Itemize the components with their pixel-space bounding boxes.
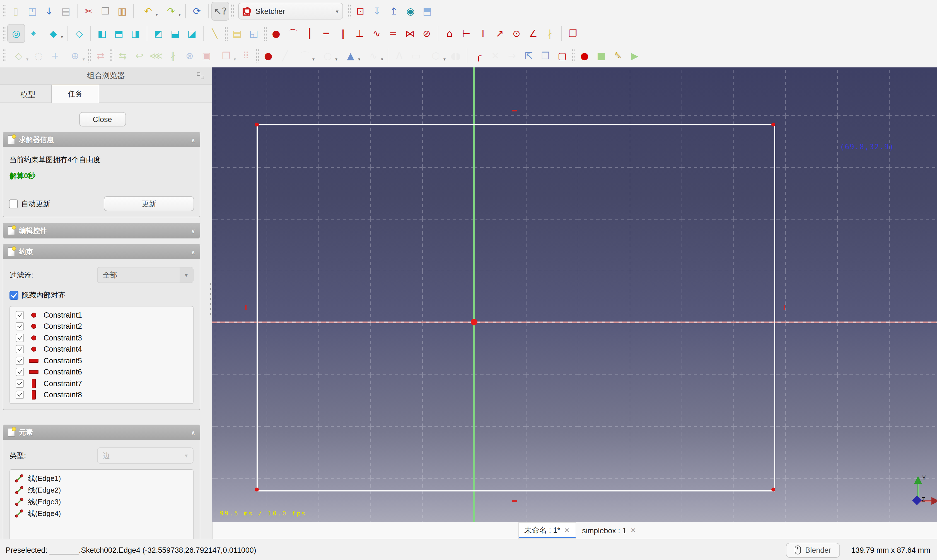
constraint-point-on-object-icon[interactable]: ⌒	[284, 25, 301, 42]
print-icon[interactable]: ▤	[57, 2, 74, 20]
draw-style-icon[interactable]: ◆	[42, 25, 65, 42]
trim-edge-icon[interactable]: ✕	[487, 47, 504, 65]
undock-panel-icon[interactable]	[197, 72, 204, 79]
select-associated-constraints-icon[interactable]: ▣	[198, 47, 215, 65]
bspline-knot-multiplicity-icon[interactable]: ⊕	[63, 47, 86, 65]
constraint-distance-icon[interactable]: ↗	[491, 25, 508, 42]
undo-icon[interactable]: ↶	[137, 2, 159, 20]
navigation-style-button[interactable]: Blender	[786, 542, 840, 557]
toolbar-drag-handle[interactable]	[109, 47, 114, 65]
close-tab-icon[interactable]: ✕	[630, 526, 636, 534]
constraint-visibility-checkbox[interactable]	[15, 391, 24, 399]
constraint-list-item[interactable]: Constraint5	[10, 355, 193, 366]
constraint-visibility-checkbox[interactable]	[15, 322, 24, 331]
toolbar-drag-handle[interactable]	[2, 47, 7, 65]
copy-icon[interactable]: ❐	[97, 2, 114, 20]
constraint-angle-icon[interactable]: ∠	[525, 25, 542, 42]
refresh-icon[interactable]: ⟳	[188, 2, 205, 20]
create-bspline-icon[interactable]: ∿	[362, 47, 385, 65]
constraint-list-item[interactable]: Constraint7	[10, 378, 193, 389]
close-shape-icon[interactable]: ↩	[131, 47, 148, 65]
create-group-icon[interactable]: ◱	[245, 25, 262, 42]
toggle-construction-icon[interactable]: ▢	[554, 47, 571, 65]
create-circle-icon[interactable]: ○	[316, 47, 339, 65]
view-sketch-icon[interactable]: ◉	[402, 2, 419, 20]
create-sketch-icon[interactable]: ⊡	[352, 2, 369, 20]
fit-all-icon[interactable]: ◎	[7, 24, 25, 43]
constraint-visibility-checkbox[interactable]	[15, 380, 24, 388]
constraint-vertical-distance-icon[interactable]: Ι	[475, 25, 491, 42]
fillet-icon[interactable]: ╭	[470, 47, 487, 65]
rectangle-vertex[interactable]	[255, 488, 259, 491]
macro-edit-icon[interactable]: ✎	[610, 47, 626, 65]
create-part-icon[interactable]: ▤	[228, 25, 245, 42]
bspline-control-polygon-icon[interactable]: ◌	[30, 47, 47, 65]
constraint-visibility-checkbox[interactable]	[15, 311, 24, 319]
constraint-equal-icon[interactable]: =	[385, 25, 401, 42]
constraint-horizontal-distance-icon[interactable]: ⊢	[458, 25, 475, 42]
toolbar-drag-handle[interactable]	[262, 25, 268, 42]
bspline-degree-icon[interactable]: ◇	[7, 47, 30, 65]
macro-stop-icon[interactable]: ■	[593, 47, 610, 65]
create-point-icon[interactable]: ●	[260, 47, 276, 65]
constraint-parallel-icon[interactable]: ∥	[335, 25, 351, 42]
fit-selection-icon[interactable]: ⌖	[25, 25, 42, 42]
constraint-visibility-checkbox[interactable]	[15, 334, 24, 342]
3d-viewport[interactable]: (69.8,32.9) 99.5 ms / 10.0 fps Y X Z	[212, 68, 937, 522]
element-list-item[interactable]: 线(Edge1)	[10, 472, 193, 484]
front-view-icon[interactable]: ◧	[94, 25, 110, 42]
create-rectangle-icon[interactable]: ▭	[408, 47, 425, 65]
create-conic-icon[interactable]: ▲	[339, 47, 362, 65]
constraint-list-item[interactable]: Constraint2	[10, 321, 193, 332]
tab-model[interactable]: 模型	[5, 86, 51, 103]
bspline-curvature-comb-icon[interactable]: +	[47, 47, 63, 65]
rectangle-vertex[interactable]	[771, 488, 775, 491]
document-tab-simplebox[interactable]: simplebox : 1 ✕	[576, 522, 642, 539]
carbon-copy-icon[interactable]: ❐	[537, 47, 554, 65]
external-geometry-icon[interactable]: ⇱	[520, 47, 537, 65]
top-view-icon[interactable]: ⬒	[110, 25, 127, 42]
left-view-icon[interactable]: ◪	[184, 25, 200, 42]
constraint-visibility-checkbox[interactable]	[15, 368, 24, 376]
update-button[interactable]: 更新	[104, 196, 194, 211]
right-view-icon[interactable]: ◨	[127, 25, 144, 42]
constraint-list-item[interactable]: Constraint3	[10, 332, 193, 343]
constraints-header[interactable]: 约束 ∧	[3, 245, 200, 259]
macro-record-icon[interactable]: ●	[576, 47, 593, 65]
constraint-coincident-icon[interactable]: ●	[268, 25, 284, 42]
create-polygon-icon[interactable]: ⬡	[425, 47, 447, 65]
constraint-block-icon[interactable]: ⊘	[418, 25, 435, 42]
constraint-list-item[interactable]: Constraint4	[10, 343, 193, 355]
constraint-list-item[interactable]: Constraint6	[10, 366, 193, 378]
edit-controls-header[interactable]: 编辑控件 ∨	[3, 223, 200, 238]
rear-view-icon[interactable]: ◩	[150, 25, 167, 42]
measure-icon[interactable]: ╲	[206, 25, 223, 42]
element-list-item[interactable]: 线(Edge3)	[10, 496, 193, 508]
view-section-icon[interactable]: ⬒	[419, 2, 435, 20]
constraint-symmetric-icon[interactable]: ⋈	[401, 25, 418, 42]
select-redundant-constraints-icon[interactable]: ⋘	[148, 47, 165, 65]
toolbar-drag-handle[interactable]	[346, 2, 352, 20]
close-tab-icon[interactable]: ✕	[564, 526, 570, 534]
create-slot-icon[interactable]: ◖◗	[447, 47, 464, 65]
constraint-radius-icon[interactable]: ⊙	[508, 25, 525, 42]
toolbar-drag-handle[interactable]	[254, 47, 260, 65]
save-icon[interactable]: ↓	[41, 2, 57, 20]
auto-update-checkbox[interactable]	[9, 199, 18, 208]
paste-icon[interactable]: ▥	[114, 2, 131, 20]
new-file-icon[interactable]: ▯	[7, 2, 24, 20]
constraint-horizontal-icon[interactable]: ━	[318, 25, 335, 42]
close-task-button[interactable]: Close	[79, 112, 126, 126]
toolbar-drag-handle[interactable]	[2, 25, 7, 42]
constraint-perpendicular-icon[interactable]: ⊥	[351, 25, 368, 42]
toolbar-drag-handle[interactable]	[571, 47, 576, 65]
select-unconstrained-dof-icon[interactable]: ⊗	[181, 47, 198, 65]
constraint-list-item[interactable]: Constraint8	[10, 389, 193, 401]
open-file-icon[interactable]: ◰	[24, 2, 41, 20]
sketch-rectangle[interactable]	[256, 124, 775, 491]
switch-virtual-space-icon[interactable]: ⇄	[92, 47, 109, 65]
toolbar-drag-handle[interactable]	[86, 47, 92, 65]
hide-internal-alignment-checkbox[interactable]	[9, 291, 19, 300]
constraint-filter-select[interactable]: 全部 ▼	[97, 267, 193, 283]
macro-play-icon[interactable]: ▶	[626, 47, 643, 65]
